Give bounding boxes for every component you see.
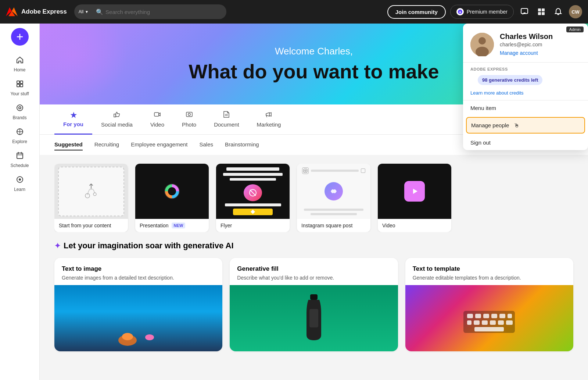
svg-rect-9	[542, 12, 545, 15]
ai-card-text-to-template[interactable]: Text to template Generate editable templ…	[405, 258, 573, 351]
tab-photo[interactable]: Photo	[173, 105, 205, 135]
svg-rect-21	[17, 153, 23, 159]
svg-rect-58	[498, 320, 504, 325]
search-input-wrap: 🔍	[92, 4, 226, 19]
filter-suggested[interactable]: Suggested	[54, 139, 83, 150]
svg-rect-12	[17, 81, 19, 84]
ai-section-title: ✦ Let your imagination soar with generat…	[54, 241, 573, 251]
sidebar: Home Your stuff Brands Explore Schedule	[0, 24, 40, 380]
schedule-icon	[16, 152, 24, 161]
hero-title: What do you want to make	[189, 60, 439, 83]
sign-out-item[interactable]: Sign out	[463, 135, 588, 150]
document-icon	[223, 111, 230, 120]
svg-rect-13	[20, 81, 23, 84]
svg-rect-53	[508, 314, 512, 318]
card-video[interactable]: Video	[378, 164, 451, 232]
search-input[interactable]	[92, 4, 226, 19]
card-label-presentation: Presentation NEW	[135, 219, 209, 232]
tab-document[interactable]: Document	[205, 105, 248, 135]
svg-rect-52	[499, 314, 505, 318]
svg-point-44	[145, 334, 154, 340]
credits-badge[interactable]: 98 generative credits left	[478, 75, 542, 85]
sidebar-item-home[interactable]: Home	[4, 53, 36, 75]
premium-member-button[interactable]: ★ Premium member	[450, 5, 514, 19]
sidebar-item-brands[interactable]: Brands	[4, 101, 36, 123]
star-icon: ★	[70, 111, 77, 120]
card-flyer[interactable]: Flyer	[216, 164, 290, 232]
chat-icon-button[interactable]	[518, 6, 531, 18]
card-label-flyer: Flyer	[216, 219, 290, 232]
filter-sales[interactable]: Sales	[200, 139, 214, 150]
filter-employee[interactable]: Employee engagement	[131, 139, 187, 150]
home-icon	[16, 56, 24, 66]
manage-people-item[interactable]: Manage people 🖱	[466, 117, 585, 134]
sidebar-item-explore[interactable]: Explore	[4, 125, 36, 147]
svg-rect-60	[474, 327, 504, 331]
svg-point-16	[17, 105, 23, 111]
svg-rect-45	[310, 294, 318, 300]
apps-icon-button[interactable]	[535, 6, 548, 18]
user-avatar-button[interactable]: CW	[569, 5, 582, 18]
tab-social-media[interactable]: Social media	[92, 105, 141, 135]
svg-rect-8	[538, 12, 541, 15]
sidebar-item-your-stuff[interactable]: Your stuff	[4, 77, 36, 99]
ai-card-text-to-image[interactable]: Text to image Generate images from a det…	[54, 258, 222, 351]
svg-point-62	[478, 37, 486, 45]
svg-line-37	[250, 190, 256, 196]
cards-section: Start from your content	[40, 155, 588, 241]
tab-video[interactable]: Video	[141, 105, 173, 135]
svg-rect-38	[304, 169, 307, 173]
notifications-icon-button[interactable]	[552, 6, 564, 18]
svg-rect-27	[154, 113, 159, 116]
svg-marker-40	[413, 189, 417, 194]
svg-rect-51	[491, 314, 497, 318]
menu-item[interactable]: Menu item	[463, 100, 588, 116]
svg-rect-50	[483, 314, 489, 318]
sidebar-item-learn[interactable]: Learn	[4, 173, 36, 195]
svg-rect-55	[474, 320, 480, 325]
tab-for-you[interactable]: ★ For you	[54, 105, 92, 135]
tab-marketing[interactable]: Marketing	[248, 105, 290, 135]
svg-rect-49	[475, 314, 481, 318]
join-community-button[interactable]: Join community	[387, 5, 446, 19]
premium-icon: ★	[456, 8, 464, 15]
hero-subtitle: Welcome Charles,	[275, 46, 353, 57]
card-presentation[interactable]: Presentation NEW	[135, 164, 209, 232]
card-label-start-content: Start from your content	[54, 219, 128, 232]
svg-point-35	[169, 188, 175, 194]
svg-point-26	[19, 178, 21, 181]
svg-rect-7	[542, 8, 545, 11]
your-stuff-icon	[16, 80, 24, 90]
filter-brainstorming[interactable]: Brainstorming	[225, 139, 259, 150]
admin-badge: Admin	[566, 26, 584, 32]
learn-icon	[16, 175, 24, 185]
ai-card-generative-fill[interactable]: Generative fill Describe what you'd like…	[230, 258, 398, 351]
svg-rect-57	[490, 320, 496, 325]
learn-credits-link[interactable]: Learn more about credits	[463, 89, 588, 100]
chevron-down-icon: ▾	[86, 9, 88, 14]
svg-point-39	[305, 170, 306, 171]
explore-icon	[16, 128, 24, 138]
svg-text:★: ★	[459, 10, 462, 14]
card-label-instagram: Instagram square post	[297, 219, 370, 232]
profile-avatar	[470, 33, 494, 56]
card-start-content[interactable]: Start from your content	[54, 164, 128, 232]
thumbs-up-icon	[113, 111, 121, 120]
svg-point-42	[122, 333, 133, 340]
app-name: Adobe Express	[21, 8, 67, 15]
adobe-logo	[6, 6, 18, 18]
search-type-dropdown[interactable]: All ▾	[74, 4, 92, 19]
filter-recruiting[interactable]: Recruiting	[94, 139, 119, 150]
card-instagram[interactable]: Instagram square post	[297, 164, 370, 232]
svg-rect-46	[309, 309, 318, 327]
user-dropdown: Admin Charles Wilson charles@epic.com Ma…	[463, 24, 588, 150]
sidebar-item-schedule[interactable]: Schedule	[4, 149, 36, 171]
svg-rect-48	[467, 314, 473, 318]
create-button[interactable]	[11, 28, 29, 46]
svg-point-17	[19, 107, 21, 109]
manage-account-link[interactable]: Manage account	[500, 50, 538, 56]
logo-area: Adobe Express	[6, 6, 67, 18]
cursor-icon: 🖱	[514, 122, 519, 128]
card-label-video: Video	[378, 219, 451, 232]
svg-rect-15	[20, 84, 23, 87]
